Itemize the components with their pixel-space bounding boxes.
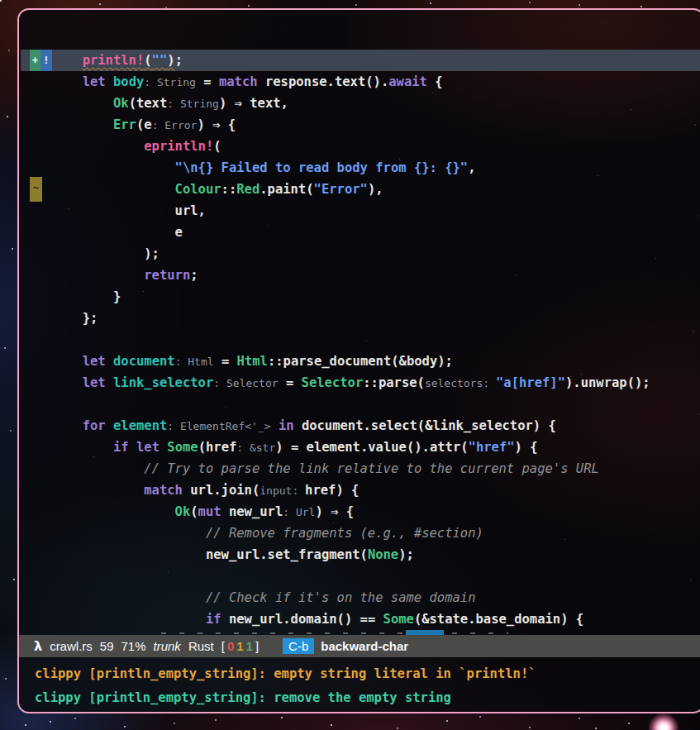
statusbar-diagnostics[interactable]: [ 0 1 1 ] [221, 639, 261, 653]
code-token: document [113, 354, 175, 369]
clipped-glyphs [161, 632, 508, 634]
statusbar-git-branch[interactable]: trunk [154, 639, 181, 653]
code-token: document.select(&link_selector) { [294, 418, 556, 433]
code-line[interactable]: url, [21, 200, 700, 222]
code-token: Ok [175, 504, 191, 519]
code-token: = [214, 354, 237, 369]
code-line[interactable]: } [21, 286, 700, 308]
code-token: = [196, 74, 219, 89]
code-area[interactable]: println!("");let body: String = match re… [21, 50, 700, 630]
code-token: : Selector [213, 377, 278, 389]
statusbar-line-number: 59 [100, 639, 114, 653]
code-line[interactable]: // Check if it's on the same domain [21, 587, 700, 608]
desktop: println!("");let body: String = match re… [0, 0, 700, 730]
code-token [160, 440, 167, 455]
code-token: ) { [515, 440, 538, 455]
statusbar-filename[interactable]: crawl.rs [50, 639, 93, 653]
starfield [0, 0, 2, 2]
code-line[interactable]: // Try to parse the link relative to the… [21, 458, 700, 480]
code-token: : Error [152, 119, 198, 131]
code-token: : String [144, 76, 196, 88]
window-starfield [19, 10, 20, 11]
code-token: // Try to parse the link relative to the… [144, 461, 599, 476]
code-token: if [206, 612, 221, 627]
code-token: Err [113, 117, 136, 132]
code-token: let [83, 74, 106, 89]
statusbar-scroll-percent: 71% [121, 639, 145, 653]
code-token: ); [398, 547, 414, 562]
code-line[interactable] [21, 329, 700, 351]
code-line[interactable]: Ok(text: String) ⇒ text, [21, 93, 700, 114]
code-token: Red [236, 182, 260, 197]
code-token: Ok [113, 96, 129, 111]
code-token: ; [175, 53, 183, 68]
code-token: return [144, 268, 190, 283]
diag-warning-count: 1 [236, 639, 243, 653]
code-token: href) { [305, 483, 359, 498]
code-line[interactable]: let body: String = match response.text()… [21, 71, 700, 93]
diag-bracket-close: ] [255, 639, 259, 653]
code-token [106, 74, 113, 89]
diag-bracket-open: [ [221, 639, 225, 653]
code-line[interactable]: Ok(mut new_url: Url) ⇒ { [21, 501, 700, 522]
code-line[interactable] [21, 565, 700, 587]
code-token: (e [136, 117, 152, 132]
code-token [106, 418, 113, 433]
code-token: Html [237, 354, 268, 369]
code-token: new_url [221, 504, 283, 519]
code-line[interactable] [21, 394, 700, 415]
code-line[interactable]: // Remove fragments (e.g., #section) [21, 522, 700, 544]
code-line[interactable]: "\n{} Failed to read body from {}: {}", [21, 157, 700, 179]
code-token: eprintln! [144, 139, 213, 154]
code-token: Some [383, 612, 414, 627]
code-line[interactable]: }; [21, 308, 700, 329]
code-token: ::parse_document(&body); [268, 354, 453, 369]
keycast-key: C-b [283, 638, 314, 654]
code-line[interactable]: let document: Html = Html::parse_documen… [21, 351, 700, 372]
code-token: let [83, 375, 106, 390]
code-token: ( [144, 53, 151, 68]
code-line[interactable]: for element: ElementRef<'_> in document.… [21, 415, 700, 437]
code-token: .paint( [260, 182, 313, 197]
code-line[interactable]: new_url.set_fragment(None); [21, 544, 700, 565]
code-token: match [219, 74, 258, 89]
code-line[interactable]: println!(""); [21, 50, 700, 71]
code-token: None [368, 547, 398, 562]
code-token: : ElementRef<'_> [167, 420, 270, 432]
code-token: println! [83, 53, 145, 68]
code-token: "a[href]" [496, 375, 565, 390]
code-line[interactable]: if new_url.domain() == Some(&state.base_… [21, 608, 700, 630]
code-line[interactable]: Err(e: Error) ⇒ { [21, 114, 700, 136]
diag-info-count: 1 [246, 639, 253, 653]
code-token: Some [167, 440, 198, 455]
code-line[interactable]: if let Some(href: &str) = element.value(… [21, 437, 700, 458]
code-line[interactable]: eprintln!( [21, 136, 700, 157]
diag-error-count: 0 [227, 639, 234, 653]
code-token: ) ⇒ text, [219, 96, 288, 111]
code-token: }; [83, 311, 98, 326]
code-token: (text [129, 96, 168, 111]
code-token: Selector [302, 375, 364, 390]
diagnostic-fringe-marker-icon: ! [40, 50, 52, 71]
code-token: Colour [175, 182, 221, 197]
code-token: // Remove fragments (e.g., #section) [206, 526, 483, 541]
code-token [129, 440, 136, 455]
code-token [106, 375, 113, 390]
code-token: selectors: [425, 377, 496, 389]
code-line[interactable]: let link_selector: Selector = Selector::… [21, 372, 700, 394]
code-token: in [279, 418, 294, 433]
code-token: input: [260, 484, 305, 497]
code-token: new_url.set_fragment( [206, 547, 368, 562]
code-line[interactable]: Colour::Red.paint("Error"), [21, 179, 700, 200]
code-token: "Error" [314, 182, 368, 197]
code-token: await [388, 74, 427, 89]
code-token: (href [198, 440, 237, 455]
code-line[interactable]: e [21, 222, 700, 243]
code-line[interactable]: ); [21, 243, 700, 265]
code-token: } [113, 289, 121, 304]
code-line[interactable]: return; [21, 265, 700, 286]
code-line[interactable]: match url.join(input: href) { [21, 480, 700, 501]
code-token: ) = element.value().attr( [275, 440, 468, 455]
statusbar-major-mode[interactable]: Rust [188, 639, 214, 653]
code-token: ).unwrap(); [565, 375, 650, 390]
